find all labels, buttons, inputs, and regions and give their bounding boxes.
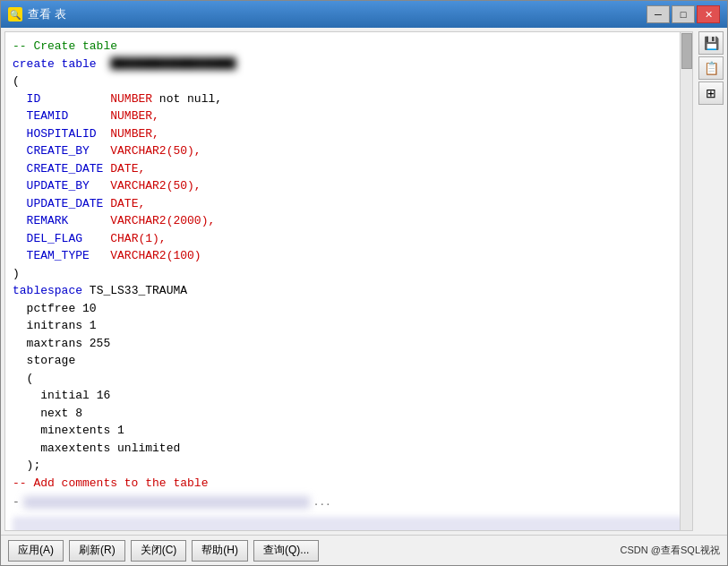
- scrollbar-thumb[interactable]: [681, 33, 692, 69]
- minextents: minextents 1: [40, 424, 124, 437]
- field-hospitalid-name: HOSPITALID: [27, 127, 97, 141]
- query-button[interactable]: 查询(Q)...: [253, 540, 319, 562]
- field-team-type-type: VARCHAR2(100): [110, 249, 201, 262]
- apply-button[interactable]: 应用(A): [8, 540, 64, 562]
- field-teamid-type: NUMBER,: [110, 109, 159, 123]
- field-remark-name: REMARK: [27, 214, 69, 227]
- restore-button[interactable]: □: [672, 5, 695, 23]
- minimize-button[interactable]: ─: [647, 5, 670, 23]
- close-button[interactable]: ✕: [697, 5, 720, 23]
- title-bar-controls: ─ □ ✕: [647, 5, 720, 23]
- tablespace-name: TS_LS33_TRAUMA: [90, 284, 187, 297]
- maxextents: maxextents unlimited: [40, 442, 180, 455]
- pctfree: pctfree 10: [27, 302, 97, 315]
- field-update-date-type: DATE,: [110, 197, 145, 210]
- field-hospitalid-type: NUMBER,: [110, 127, 159, 141]
- field-id-name: ID: [27, 92, 41, 106]
- initrans: initrans 1: [27, 319, 97, 332]
- main-window: 🔍 查看 表 ─ □ ✕ -- Create table create tabl…: [0, 0, 728, 566]
- close-bottom-button[interactable]: 关闭(C): [131, 540, 187, 562]
- field-create-by-type: VARCHAR2(50),: [110, 144, 201, 158]
- field-update-by-type: VARCHAR2(50),: [110, 179, 201, 193]
- right-toolbar: 💾 📋 ⊞: [695, 28, 727, 535]
- field-update-by-name: UPDATE_BY: [27, 179, 90, 193]
- code-content: -- Create table create table ███████████…: [5, 32, 692, 530]
- field-del-flag-type: CHAR(1),: [110, 232, 166, 245]
- field-remark-type: VARCHAR2(2000),: [110, 214, 215, 227]
- storage-close: );: [27, 459, 41, 472]
- grid-button[interactable]: ⊞: [698, 81, 724, 105]
- bottom-bar: 应用(A) 刷新(R) 关闭(C) 帮助(H) 查询(Q)... CSDN @查…: [1, 535, 727, 565]
- title-bar-left: 🔍 查看 表: [8, 6, 66, 22]
- scrollbar-vertical[interactable]: [680, 32, 692, 530]
- main-area: -- Create table create table ███████████…: [1, 28, 727, 535]
- field-create-by-name: CREATE_BY: [27, 144, 90, 158]
- next: next 8: [40, 407, 82, 420]
- keyword-create: create table: [13, 57, 97, 71]
- field-teamid-name: TEAMID: [27, 109, 69, 123]
- storage-open: (: [27, 372, 34, 385]
- bottom-buttons: 应用(A) 刷新(R) 关闭(C) 帮助(H) 查询(Q)...: [8, 540, 319, 562]
- copy-button[interactable]: 📋: [698, 56, 724, 80]
- watermark-text: CSDN @查看SQL视祝: [621, 544, 720, 557]
- comment-create-table: -- Create table: [13, 39, 117, 53]
- field-create-date-type: DATE,: [110, 162, 145, 176]
- save-button[interactable]: 💾: [698, 31, 724, 55]
- tablespace-kw: tablespace: [13, 284, 82, 297]
- field-update-date-name: UPDATE_DATE: [27, 197, 104, 210]
- paren-close: ): [13, 267, 20, 280]
- field-id-constraint: not null,: [152, 92, 222, 106]
- field-create-date-name: CREATE_DATE: [27, 162, 104, 176]
- field-id-type: NUMBER: [110, 92, 152, 106]
- maxtrans: maxtrans 255: [27, 337, 111, 350]
- blurred-table-name: ██████████████████: [110, 56, 236, 73]
- title-bar: 🔍 查看 表 ─ □ ✕: [1, 1, 727, 28]
- initial: initial 16: [40, 389, 110, 402]
- field-team-type-name: TEAM_TYPE: [27, 249, 90, 262]
- storage-kw: storage: [27, 354, 76, 367]
- code-pre: -- Create table create table ███████████…: [13, 38, 685, 492]
- code-editor[interactable]: -- Create table create table ███████████…: [4, 31, 693, 531]
- comment-add-comments: -- Add comments to the table: [13, 476, 208, 490]
- refresh-button[interactable]: 刷新(R): [69, 540, 125, 562]
- field-del-flag-name: DEL_FLAG: [27, 232, 82, 245]
- window-title: 查看 表: [28, 6, 66, 22]
- paren-open: (: [13, 74, 20, 88]
- help-button[interactable]: 帮助(H): [192, 540, 248, 562]
- app-icon: 🔍: [8, 7, 22, 21]
